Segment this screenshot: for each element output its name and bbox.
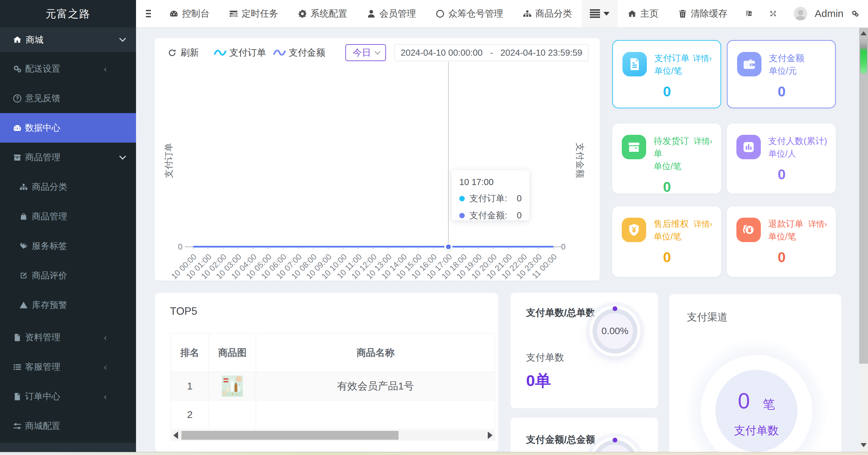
channel-unit: 笔 [763, 396, 775, 413]
detail-link[interactable]: 详情› [694, 218, 712, 230]
nav-item-home[interactable]: 主页 [628, 7, 658, 20]
sidebar-item-mall-config[interactable]: 商城配置 [0, 411, 136, 441]
x-axis-tick [223, 247, 224, 249]
stat-card-pay-orders[interactable]: 支付订单 详情› 单位/笔 0 [612, 40, 721, 108]
settings-gears-icon[interactable] [852, 8, 859, 19]
nav-menu-dropdown[interactable] [582, 0, 618, 27]
sidebar-item-product-admin[interactable]: 商品管理 [0, 202, 136, 231]
tooltip-title: 10 17:00 [459, 177, 522, 187]
sidebar-item-label: 商城 [26, 34, 119, 46]
gauge-dot-icon [613, 438, 617, 442]
tags-icon [19, 242, 28, 250]
refund-yuan-icon [736, 218, 761, 242]
sidebar-item-label: 订单中心 [25, 390, 104, 402]
tooltip-value: 0 [517, 210, 522, 221]
sidebar-item-product-reviews[interactable]: 商品评价 [0, 261, 136, 290]
sidebar-item-customer-service[interactable]: 客服管理 ‹ [0, 352, 136, 382]
scroll-down-icon[interactable] [861, 443, 867, 447]
axis-pointer-dot [444, 243, 452, 251]
y-axis-left-name: 支付订单 [163, 142, 175, 179]
chevron-left-icon: ‹ [104, 392, 107, 401]
home-icon [628, 9, 637, 18]
file-icon [13, 392, 22, 401]
stat-title: 支付金额 [769, 52, 804, 65]
x-axis-tick [433, 247, 434, 249]
nav-item-member-management[interactable]: 会员管理 [367, 7, 416, 20]
line-chart[interactable]: 支付订单 支付金额 0 0 10 00:0010 01:0010 02:0010… [155, 38, 600, 280]
detail-link[interactable]: 详情› [693, 135, 712, 147]
sidebar-item-shop[interactable]: 商城 [0, 28, 136, 52]
sidebar-item-product-management[interactable]: 商品管理 [0, 143, 136, 172]
fullscreen-icon[interactable] [770, 8, 776, 19]
x-axis-tick [403, 247, 404, 249]
translate-icon[interactable] [746, 8, 752, 19]
nav-item-scheduled-tasks[interactable]: 定时任务 [229, 7, 278, 20]
stat-card-after-sales[interactable]: 售后维权 详情› 单位/笔 0 [612, 206, 721, 277]
sidebar-item-label: 商城配置 [25, 420, 125, 432]
x-axis-tick [448, 247, 449, 249]
x-axis-tick [283, 247, 284, 249]
chevron-down-icon [119, 153, 126, 160]
stat-card-pay-amount[interactable]: 支付金额 单位/元 0 [727, 40, 836, 108]
x-axis-tick [463, 247, 464, 249]
edit-icon [19, 271, 28, 280]
stat-card-pending-shipment[interactable]: 待发货订单 详情› 单位/笔 0 [612, 124, 721, 194]
dashboard-icon [13, 124, 22, 132]
nav-item-system-config[interactable]: 系统配置 [298, 7, 347, 20]
sidebar-item-product-categories[interactable]: 商品分类 [0, 172, 136, 202]
gear-icon [298, 9, 307, 18]
nav-item-clear-cache[interactable]: 清除缓存 [678, 7, 727, 20]
user-menu[interactable]: Admin [794, 7, 844, 20]
stat-value: 0 [736, 166, 827, 183]
tooltip-row: 支付订单: 0 [459, 193, 522, 204]
sidebar-item-feedback[interactable]: 意见反馈 [0, 84, 136, 113]
table-row[interactable]: 1 [171, 372, 495, 400]
user-name: Admin [815, 8, 844, 19]
detail-link[interactable]: 详情› [808, 218, 827, 230]
x-axis-tick [539, 247, 539, 249]
stat-card-paying-users[interactable]: 支付人数(累计) 单位/人 0 [727, 124, 836, 194]
sidebar-item-delivery-settings[interactable]: 配送设置 ‹ [0, 54, 136, 84]
nav-item-product-categories[interactable]: 商品分类 [523, 7, 572, 20]
sidebar-item-stock-warning[interactable]: 库存预警 [0, 290, 136, 320]
x-axis-tick [523, 247, 524, 249]
table-row[interactable]: 2 [171, 400, 495, 429]
sidebar-item-label: 意见反馈 [25, 92, 125, 104]
wallet-icon [737, 52, 761, 76]
scroll-right-icon[interactable] [488, 432, 493, 439]
vertical-scrollbar[interactable] [859, 28, 868, 452]
x-axis-tick [479, 247, 479, 249]
x-axis-tick [208, 247, 208, 249]
scroll-up-icon[interactable] [861, 31, 867, 35]
stat-title: 支付人数(累计) [768, 135, 827, 147]
stat-title: 支付订单 [654, 52, 690, 65]
sidebar-toggle-icon[interactable] [146, 10, 151, 17]
detail-link[interactable]: 详情› [693, 52, 712, 65]
scrollbar-thumb[interactable] [181, 431, 399, 440]
x-axis-tick [343, 247, 344, 249]
sidebar-item-order-center[interactable]: 订单中心 ‹ [0, 382, 136, 411]
donut-gauge: 0.00% [593, 309, 637, 353]
channel-label: 支付单数 [715, 423, 797, 438]
scrollbar-thumb[interactable] [860, 39, 867, 74]
box-icon [13, 153, 22, 162]
sidebar-item-data-center[interactable]: 数据中心 [0, 113, 136, 143]
stat-card-refund-orders[interactable]: 退款订单 详情› 单位/笔 0 [727, 206, 836, 277]
sidebar-item-service-tags[interactable]: 服务标签 [0, 231, 136, 261]
top5-card: TOP5 排名 商品图 商品名称 1 [155, 293, 498, 452]
sidebar-item-label: 配送设置 [25, 63, 104, 75]
gauge-dot-icon [613, 306, 617, 311]
nav-item-console[interactable]: 控制台 [169, 7, 209, 20]
y-axis-right-zero: 0 [561, 242, 565, 252]
sidebar-item-label: 资料管理 [25, 331, 104, 343]
sidebar-item-material-management[interactable]: 资料管理 ‹ [0, 323, 136, 352]
horizontal-scrollbar[interactable] [171, 430, 495, 441]
home-icon [13, 35, 22, 44]
nav-item-crowdfunding[interactable]: 众筹仓号管理 [436, 7, 503, 20]
scrollbar-track[interactable] [859, 28, 868, 364]
sidebar-item-label: 客服管理 [25, 361, 104, 373]
scrollbar-track[interactable] [180, 431, 486, 440]
shield-yuan-icon [622, 218, 646, 242]
scroll-left-icon[interactable] [173, 432, 178, 439]
nav-item-label: 会员管理 [379, 7, 416, 20]
